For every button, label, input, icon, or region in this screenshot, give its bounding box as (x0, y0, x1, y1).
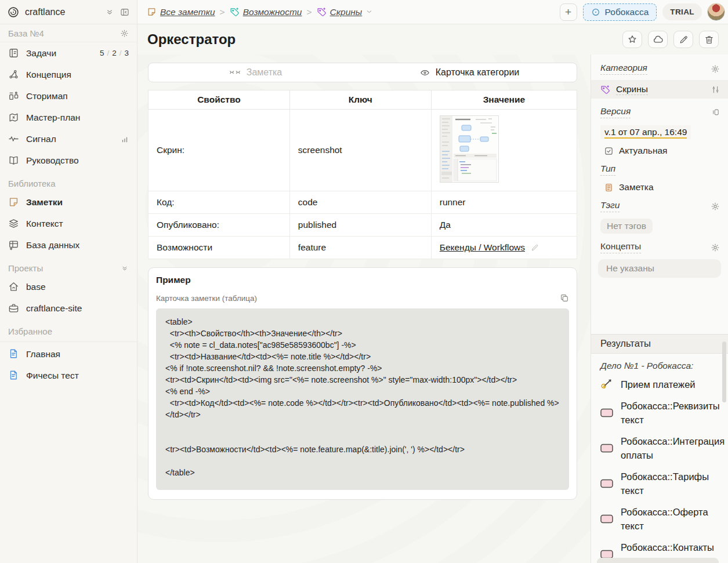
sidebar-item-base-project[interactable]: base (0, 276, 137, 297)
view-mode-selector[interactable]: Карточка категории (363, 63, 577, 82)
note-header-bar: Заметка Карточка категории (148, 63, 577, 82)
sidebar-item-storymap[interactable]: Сторимап (0, 85, 137, 107)
sidebar-item-craftlance-site[interactable]: craftlance-site (0, 297, 137, 319)
result-group-label: Дело №1 - Робокасса: (600, 361, 720, 371)
journal-icon (8, 48, 19, 59)
gear-icon[interactable] (120, 29, 129, 38)
result-item[interactable]: Робокасса::Реквизиты текст (600, 399, 720, 427)
value-cell (431, 110, 577, 191)
home-icon (8, 281, 19, 292)
tags-empty-chip[interactable]: Нет тэгов (600, 219, 653, 234)
version-label: Версия (600, 106, 631, 118)
result-item[interactable]: Робокасса::Интеграция оплаты (600, 434, 720, 462)
note-type-icon (604, 183, 614, 192)
sidebar-item-database[interactable]: База данных (0, 234, 137, 256)
document-icon (8, 348, 19, 359)
sidebar-item-label: Заметки (26, 197, 63, 208)
property-cell: Возможности (149, 237, 290, 259)
note-icon (147, 7, 157, 17)
edit-pencil-icon[interactable] (531, 244, 539, 252)
note-title-placeholder: Заметка (247, 67, 282, 78)
pencil-icon (679, 35, 689, 45)
sidebar-item-context[interactable]: Контекст (0, 213, 137, 234)
result-item-label: Прием платежей (621, 377, 696, 391)
delete-button[interactable] (699, 31, 719, 48)
chevron-down-icon[interactable] (365, 8, 373, 16)
code-block[interactable]: <table> <tr><th>Свойство</th><th>Значени… (156, 308, 569, 490)
sync-button[interactable] (648, 31, 668, 48)
gear-icon[interactable] (711, 64, 720, 74)
sidebar-section-projects[interactable]: Проекты (0, 256, 137, 276)
category-value-row[interactable]: Скрины (591, 80, 728, 99)
result-item-label: Робокасса::Оферта текст (621, 505, 720, 533)
sidebar-item-notes[interactable]: Заметки (0, 191, 137, 213)
sidebar-item-features-test[interactable]: Фичесы тест (0, 365, 137, 386)
value-cell: Да (431, 214, 577, 237)
screenshot-thumbnail[interactable] (440, 115, 499, 183)
sidebar-section-library: Библиотека (0, 171, 137, 191)
chevron-double-down-icon[interactable] (105, 8, 114, 17)
concepts-label: Концепты (600, 241, 641, 253)
code-content: <table> <tr><th>Свойство</th><th>Значени… (165, 316, 560, 478)
task-counts: 5/2/3 (100, 49, 129, 57)
results-list: Дело №1 - Робокасса: Прием платежей Робо… (591, 354, 728, 563)
sidebar-item-label: Задачи (26, 48, 56, 59)
sidebar-item-guide[interactable]: Руководство (0, 150, 137, 171)
properties-table: Свойство Ключ Значение Скрин: screenshot (148, 90, 577, 259)
column-header: Свойство (149, 90, 290, 110)
collapse-sidebar-icon[interactable] (119, 7, 130, 17)
type-value: Заметка (619, 182, 654, 192)
user-avatar[interactable] (707, 3, 725, 21)
radio-circle-icon (591, 8, 600, 17)
sidebar-item-label: Сигнал (26, 134, 56, 144)
table-plus-icon (8, 239, 19, 250)
note-title-field[interactable]: Заметка (149, 63, 363, 82)
add-button[interactable]: + (560, 3, 577, 21)
sidebar-item-signal[interactable]: Сигнал (0, 128, 137, 150)
workspace-logo-icon (7, 6, 20, 19)
sidebar-item-concept[interactable]: Концепция (0, 64, 137, 85)
trial-badge[interactable]: TRIAL (662, 3, 702, 20)
sidebar-item-label: craftlance-site (26, 303, 82, 314)
results-scrollbar[interactable] (722, 342, 726, 402)
storymap-icon (8, 90, 19, 101)
note-icon (8, 197, 19, 208)
gear-icon[interactable] (711, 202, 720, 211)
breadcrumb-all-notes[interactable]: Все заметки (147, 7, 215, 17)
chevron-double-down-icon[interactable] (121, 264, 129, 273)
active-case-button[interactable]: Робокасса (583, 3, 657, 21)
result-item[interactable]: Робокасса::Оферта текст (600, 505, 720, 533)
tag-icon (317, 7, 327, 17)
graph-nodes-icon (8, 69, 19, 80)
version-selector[interactable]: v.1 от 07 апр., 16:49 (600, 125, 691, 139)
table-row: Опубликовано: published Да (149, 214, 577, 237)
feature-link[interactable]: Бекенды / Workflows (440, 242, 525, 252)
gear-icon[interactable] (711, 243, 720, 252)
tags-label: Тэги (600, 200, 620, 212)
result-item[interactable]: Робокасса::Тарифы текст (600, 470, 720, 497)
pink-card-icon (600, 479, 613, 488)
breadcrumb-features[interactable]: Возможности (230, 7, 302, 17)
workspace-header[interactable]: craftlance (0, 0, 137, 24)
versions-icon[interactable] (711, 108, 720, 117)
key-cell: feature (289, 237, 431, 259)
sidebar-item-tasks[interactable]: Задачи 5/2/3 (0, 42, 137, 64)
checkbox-check-icon[interactable] (604, 146, 614, 156)
value-cell: runner (431, 191, 577, 214)
sidebar-section-base[interactable]: База №4 (0, 24, 137, 42)
sidebar-item-masterplan[interactable]: Мастер-план (0, 107, 137, 128)
sidebar-item-home-page[interactable]: Главная (0, 343, 137, 365)
goal-dart-icon (600, 379, 613, 390)
favorite-button[interactable] (622, 31, 642, 48)
breadcrumb-screens[interactable]: Скрины (317, 7, 374, 17)
result-item-label: Робокасса::Тарифы текст (621, 470, 720, 497)
layers-icon (8, 218, 19, 229)
sliders-icon[interactable] (711, 85, 720, 94)
result-item[interactable]: Прием платежей (600, 377, 720, 391)
results-header[interactable]: Результаты (591, 334, 728, 354)
edit-button[interactable] (673, 31, 693, 48)
concepts-empty-box[interactable]: Не указаны (598, 259, 721, 278)
category-label: Категория (600, 63, 647, 75)
result-item-label: Робокасса::Реквизиты текст (621, 399, 720, 427)
copy-icon[interactable] (560, 293, 569, 303)
